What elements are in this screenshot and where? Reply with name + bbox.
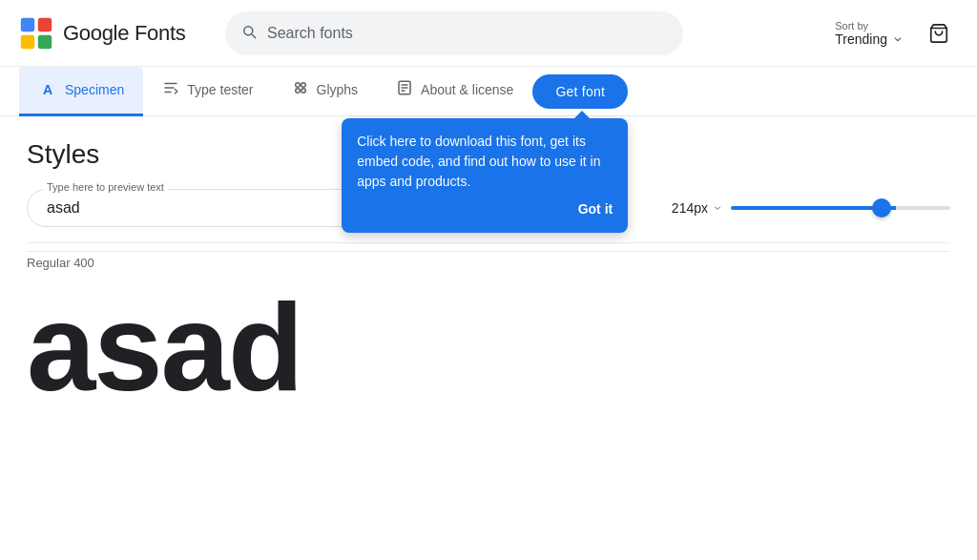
svg-rect-1 bbox=[38, 17, 52, 31]
size-chevron-icon bbox=[712, 202, 723, 214]
svg-rect-3 bbox=[38, 34, 52, 48]
svg-point-9 bbox=[295, 89, 300, 93]
get-font-button[interactable]: Get font bbox=[532, 74, 628, 109]
glyphs-icon bbox=[292, 79, 309, 100]
tab-glyphs[interactable]: Glyphs bbox=[273, 67, 378, 116]
svg-point-8 bbox=[301, 83, 305, 88]
svg-rect-0 bbox=[21, 17, 34, 31]
tooltip-text: Click here to download this font, get it… bbox=[357, 134, 600, 189]
font-style-label: Regular 400 bbox=[27, 251, 950, 270]
header-right: Sort by Trending bbox=[835, 14, 958, 52]
cart-icon bbox=[928, 23, 949, 44]
sort-by-value-text: Trending bbox=[835, 31, 887, 47]
size-value: 214px bbox=[672, 200, 708, 216]
tabs-bar: A Specimen Type tester Glyphs bbox=[0, 67, 977, 116]
header: Google Fonts Sort by Trending bbox=[0, 0, 977, 67]
tab-specimen[interactable]: A Specimen bbox=[19, 67, 143, 116]
svg-point-10 bbox=[301, 89, 305, 93]
search-input[interactable] bbox=[267, 25, 668, 42]
sort-by-value-row[interactable]: Trending bbox=[835, 31, 904, 47]
type-tester-icon bbox=[162, 79, 179, 100]
search-icon bbox=[240, 23, 258, 44]
get-font-wrapper: Get font Click here to download this fon… bbox=[532, 74, 628, 109]
specimen-icon: A bbox=[38, 80, 57, 99]
size-label[interactable]: 214px bbox=[672, 200, 723, 216]
logo-text: Google Fonts bbox=[63, 21, 185, 46]
tooltip: Click here to download this font, get it… bbox=[342, 118, 628, 233]
tab-glyphs-label: Glyphs bbox=[317, 82, 359, 97]
svg-rect-2 bbox=[21, 34, 34, 48]
logo-area: Google Fonts bbox=[19, 16, 210, 51]
google-fonts-logo-icon bbox=[19, 16, 53, 51]
tab-type-tester-label: Type tester bbox=[187, 82, 253, 97]
sort-by-label: Sort by bbox=[835, 20, 868, 31]
size-slider[interactable] bbox=[731, 206, 950, 210]
tab-about[interactable]: About & license bbox=[377, 67, 532, 116]
preview-input-label: Type here to preview text bbox=[43, 181, 168, 193]
about-icon bbox=[396, 79, 413, 100]
tab-specimen-label: Specimen bbox=[65, 82, 124, 97]
tab-type-tester[interactable]: Type tester bbox=[143, 67, 272, 116]
chevron-down-icon bbox=[891, 32, 904, 46]
tooltip-got-it-button[interactable]: Got it bbox=[357, 199, 613, 219]
cart-button[interactable] bbox=[920, 14, 958, 52]
size-control: 214px bbox=[672, 200, 950, 216]
sort-by-container[interactable]: Sort by Trending bbox=[835, 20, 904, 47]
svg-point-7 bbox=[295, 83, 300, 88]
search-bar[interactable] bbox=[225, 11, 683, 55]
tab-about-label: About & license bbox=[421, 82, 513, 97]
font-preview-display: asad bbox=[27, 280, 950, 416]
